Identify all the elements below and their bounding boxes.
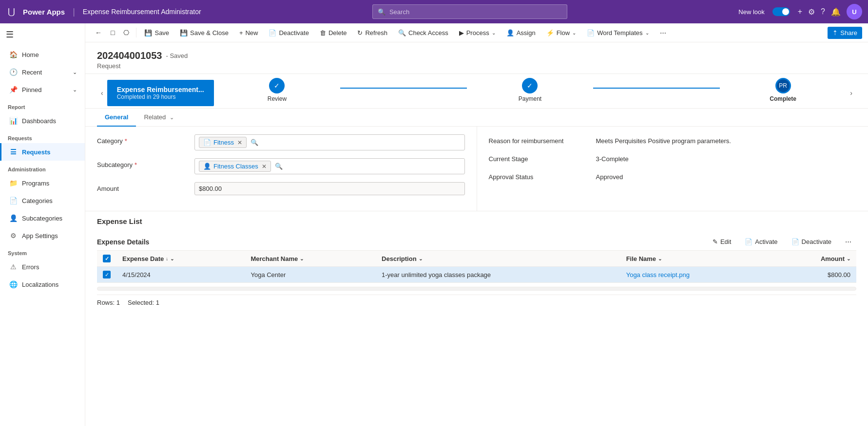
sidebar-item-app-settings[interactable]: ⚙ App Settings xyxy=(0,227,85,244)
category-tag-close[interactable]: ✕ xyxy=(237,139,242,146)
notification-icon[interactable]: 🔔 xyxy=(831,7,841,17)
help-icon[interactable]: ? xyxy=(821,7,825,16)
active-stage-time: Completed in 29 hours xyxy=(117,93,204,100)
subcategory-input[interactable]: 👤 Fitness Classes ✕ 🔍 xyxy=(194,158,465,174)
settings-icon[interactable]: ⚙ xyxy=(808,7,815,17)
subcategory-label: Subcategory * xyxy=(97,158,194,168)
select-all-checkbox[interactable]: ✓ xyxy=(103,255,111,262)
subtable-deactivate-button[interactable]: 📄 Deactivate xyxy=(787,236,836,247)
expense-date-sort[interactable]: Expense Date ↓ ⌄ xyxy=(122,255,239,262)
errors-icon: ⚠ xyxy=(9,263,17,271)
sidebar-item-home[interactable]: 🏠 Home xyxy=(0,46,85,63)
col-checkbox[interactable]: ✓ xyxy=(97,251,116,267)
active-stage-bar[interactable]: Expense Reimbursement... Completed in 29… xyxy=(107,80,214,106)
stage-payment[interactable]: ✓ Payment xyxy=(467,78,594,108)
category-tag-icon: 📄 xyxy=(203,139,211,146)
search-bar[interactable]: 🔍 xyxy=(372,4,567,19)
edit-button[interactable]: ✎ Edit xyxy=(708,236,736,247)
active-stage-name: Expense Reimbursement... xyxy=(117,86,204,93)
file-name-link[interactable]: Yoga class receipt.png xyxy=(626,271,690,278)
process-button[interactable]: ▶ Process ⌄ xyxy=(454,27,501,39)
deactivate-button[interactable]: 📄 Deactivate xyxy=(264,27,313,39)
category-input[interactable]: 📄 Fitness ✕ 🔍 xyxy=(194,134,465,150)
description-sort[interactable]: Description ⌄ xyxy=(382,255,615,262)
sidebar-item-subcategories[interactable]: 👤 Subcategories xyxy=(0,209,85,227)
assign-button[interactable]: 👤 Assign xyxy=(502,27,540,39)
copy-button[interactable]: ⎔ xyxy=(119,26,133,39)
subtable-more-button[interactable]: ⋯ xyxy=(840,236,856,247)
word-templates-chevron: ⌄ xyxy=(645,30,649,36)
col-expense-date[interactable]: Expense Date ↓ ⌄ xyxy=(116,251,245,267)
stage-nav-left[interactable]: ‹ xyxy=(97,85,107,101)
merchant-name-sort[interactable]: Merchant Name ⌄ xyxy=(251,255,370,262)
record-type: Request xyxy=(97,62,856,70)
col-file-name[interactable]: File Name ⌄ xyxy=(620,251,772,267)
horizontal-scrollbar[interactable] xyxy=(97,287,856,291)
amount-sort[interactable]: Amount ⌄ xyxy=(778,255,850,262)
localizations-icon: 🌐 xyxy=(9,280,17,288)
search-input[interactable] xyxy=(389,8,562,16)
sidebar-item-programs[interactable]: 📁 Programs xyxy=(0,174,85,192)
sidebar-item-errors[interactable]: ⚠ Errors xyxy=(0,258,85,276)
col-merchant-name[interactable]: Merchant Name ⌄ xyxy=(245,251,376,267)
back-button[interactable]: ← xyxy=(91,26,106,39)
new-look-toggle[interactable] xyxy=(772,7,790,16)
more-button[interactable]: ⋯ xyxy=(655,27,671,39)
category-label: Category * xyxy=(97,134,194,145)
page-button[interactable]: □ xyxy=(107,26,118,39)
toolbar: ← □ ⎔ 💾 Save 💾 Save & Close + New 📄 Deac… xyxy=(85,23,868,42)
sidebar-item-categories-label: Categories xyxy=(22,197,53,204)
check-access-button[interactable]: 🔍 Check Access xyxy=(393,27,453,39)
table-row[interactable]: ✓ 4/15/2024 Yoga Center 1-year unlimited… xyxy=(97,267,856,283)
sidebar-menu-icon[interactable]: ☰ xyxy=(0,23,85,46)
tab-related[interactable]: Related ⌄ xyxy=(136,109,181,127)
avatar[interactable]: U xyxy=(847,4,862,19)
sidebar-item-pinned-label: Pinned xyxy=(22,86,41,93)
check-access-icon: 🔍 xyxy=(398,29,406,37)
sidebar-item-localizations[interactable]: 🌐 Localizations xyxy=(0,276,85,293)
record-header: 202404001053 - Saved Request xyxy=(85,42,868,74)
category-search-icon[interactable]: 🔍 xyxy=(251,139,258,146)
sidebar-item-subcategories-label: Subcategories xyxy=(22,215,62,222)
table-header-row: ✓ Expense Date ↓ ⌄ xyxy=(97,251,856,267)
delete-button[interactable]: 🗑 Delete xyxy=(315,27,352,39)
stage-tracker: ‹ Expense Reimbursement... Completed in … xyxy=(85,74,868,109)
save-icon: 💾 xyxy=(144,29,152,37)
subcategory-tag-close[interactable]: ✕ xyxy=(262,163,267,170)
word-templates-button[interactable]: 📄 Word Templates ⌄ xyxy=(582,27,654,39)
save-button[interactable]: 💾 Save xyxy=(139,27,174,39)
sidebar-item-categories[interactable]: 📄 Categories xyxy=(0,192,85,209)
toolbar-separator-1 xyxy=(136,28,136,37)
stage-review[interactable]: ✓ Review xyxy=(214,78,341,108)
col-amount[interactable]: Amount ⌄ xyxy=(772,251,856,267)
amount-label: Amount xyxy=(97,182,194,192)
row-checkbox-cell[interactable]: ✓ xyxy=(97,267,116,283)
form-row-category: Category * 📄 Fitness ✕ 🔍 xyxy=(97,134,465,150)
share-button[interactable]: ⇡ Share xyxy=(828,27,862,39)
add-icon[interactable]: + xyxy=(798,7,802,16)
stage-nav-right[interactable]: › xyxy=(846,85,856,101)
expense-list-section: Expense List Expense Details ✎ Edit 📄 Ac… xyxy=(85,211,868,318)
sidebar-item-dashboards[interactable]: 📊 Dashboards xyxy=(0,112,85,130)
new-button[interactable]: + New xyxy=(234,27,263,39)
subtable-deactivate-icon: 📄 xyxy=(791,238,799,245)
col-description[interactable]: Description ⌄ xyxy=(376,251,620,267)
grid-icon[interactable]: ⋃ xyxy=(6,4,17,19)
search-icon: 🔍 xyxy=(378,8,386,16)
tab-general[interactable]: General xyxy=(97,109,136,127)
flow-button[interactable]: ⚡ Flow ⌄ xyxy=(541,27,581,39)
row-file-name[interactable]: Yoga class receipt.png xyxy=(620,267,772,283)
refresh-button[interactable]: ↻ Refresh xyxy=(352,27,392,39)
subcategory-search-icon[interactable]: 🔍 xyxy=(275,163,283,170)
row-checkbox[interactable]: ✓ xyxy=(103,271,111,278)
file-name-sort[interactable]: File Name ⌄ xyxy=(626,255,767,262)
sidebar-item-pinned[interactable]: 📌 Pinned ⌄ xyxy=(0,81,85,98)
sidebar-item-requests[interactable]: ☰ Requests xyxy=(0,143,85,161)
amount-field[interactable]: $800.00 xyxy=(194,182,465,195)
sidebar-item-recent[interactable]: 🕐 Recent ⌄ xyxy=(0,63,85,81)
save-close-button[interactable]: 💾 Save & Close xyxy=(175,27,233,39)
activate-button[interactable]: 📄 Activate xyxy=(740,236,782,247)
form-row-current-stage: Current Stage 3-Complete xyxy=(489,152,857,163)
rows-count: Rows: 1 xyxy=(97,299,120,306)
stage-complete[interactable]: PR Complete xyxy=(720,78,847,108)
